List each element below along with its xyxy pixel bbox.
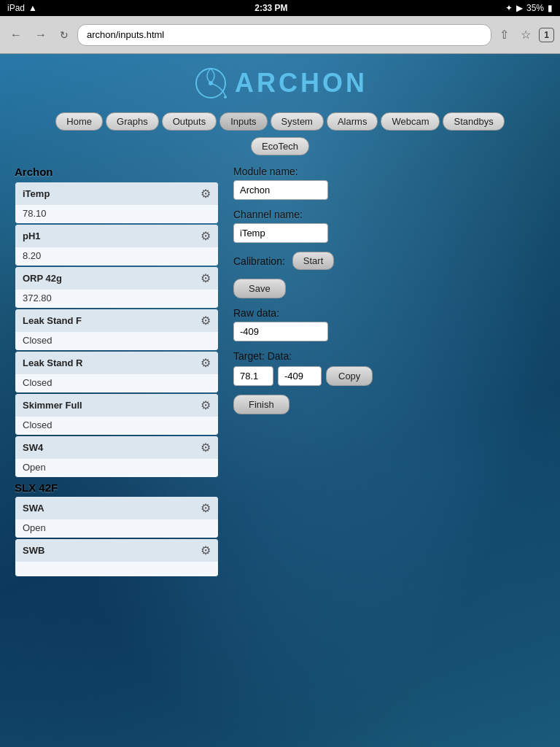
calibration-label: Calibration: — [233, 255, 285, 267]
sensor-sw4-header: SW4 ⚙ — [15, 436, 218, 459]
logo-container: ARCHON — [192, 65, 368, 101]
channel-name-group: Channel name: — [233, 209, 545, 243]
nav-alarms[interactable]: Alarms — [327, 112, 378, 131]
target-data-row: Copy — [233, 366, 545, 386]
logo-text: ARCHON — [235, 68, 368, 98]
nav-inputs[interactable]: Inputs — [219, 112, 267, 131]
header: ARCHON — [0, 54, 560, 109]
start-button[interactable]: Start — [292, 252, 334, 270]
nav-ecotech[interactable]: EcoTech — [251, 137, 309, 155]
raw-data-input[interactable] — [233, 322, 328, 341]
back-button[interactable]: ← — [6, 26, 26, 44]
save-button[interactable]: Save — [233, 279, 286, 298]
sensor-swb-name: SWB — [23, 545, 44, 556]
sensor-ph1-header: pH1 ⚙ — [15, 225, 218, 247]
bluetooth-icon: ✦ — [505, 3, 513, 13]
status-left: iPad ▲ — [7, 3, 37, 13]
target-input[interactable] — [233, 366, 273, 386]
sensor-swa: SWA ⚙ Open — [15, 497, 218, 538]
sensor-leak-stand-r-gear[interactable]: ⚙ — [201, 356, 211, 370]
nav-graphs[interactable]: Graphs — [106, 112, 159, 131]
browser-chrome: ← → ↻ ⇧ ☆ 1 — [0, 16, 560, 54]
module-name-label: Module name: — [233, 166, 545, 177]
sensor-orp42g-value: 372.80 — [15, 290, 218, 308]
nav-home[interactable]: Home — [55, 112, 103, 131]
nav-outputs[interactable]: Outputs — [162, 112, 217, 131]
target-data-group: Target: Data: Copy — [233, 350, 545, 386]
sensor-sw4-gear[interactable]: ⚙ — [201, 441, 211, 454]
refresh-button[interactable]: ↻ — [55, 26, 73, 44]
sensor-leak-stand-f-header: Leak Stand F ⚙ — [15, 309, 218, 332]
finish-button[interactable]: Finish — [233, 395, 289, 414]
carrier-text: iPad — [7, 3, 25, 13]
sensor-orp42g-header: ORP 42g ⚙ — [15, 267, 218, 290]
sensor-skimmer-full-header: Skimmer Full ⚙ — [15, 394, 218, 417]
sensor-ph1-name: pH1 — [23, 231, 41, 241]
sensor-leak-stand-r-value: Closed — [15, 374, 218, 392]
sensor-ph1-value: 8.20 — [15, 247, 218, 266]
sensor-orp42g-gear[interactable]: ⚙ — [201, 271, 211, 285]
left-panel: Archon iTemp ⚙ 78.10 pH1 ⚙ 8.20 — [15, 166, 219, 577]
forward-button[interactable]: → — [31, 26, 51, 44]
sensor-itemp-value: 78.10 — [15, 205, 218, 223]
sensor-leak-stand-f-name: Leak Stand F — [23, 315, 82, 326]
status-bar: iPad ▲ 2:33 PM ✦ ▶ 35% ▮ — [0, 0, 560, 16]
content-area: Archon iTemp ⚙ 78.10 pH1 ⚙ 8.20 — [0, 158, 560, 584]
channel-name-label: Channel name: — [233, 209, 545, 220]
sensor-orp42g-name: ORP 42g — [23, 273, 62, 284]
sensor-sw4: SW4 ⚙ Open — [15, 436, 218, 477]
sensor-skimmer-full-value: Closed — [15, 417, 218, 435]
calibration-row: Calibration: Start — [233, 252, 545, 270]
copy-button[interactable]: Copy — [326, 366, 373, 386]
channel-name-input[interactable] — [233, 223, 328, 243]
tab-count[interactable]: 1 — [539, 28, 554, 42]
logo-icon — [192, 65, 229, 101]
sensor-skimmer-full: Skimmer Full ⚙ Closed — [15, 394, 218, 435]
battery-text: 35% — [526, 3, 544, 13]
bookmark-button[interactable]: ☆ — [517, 25, 534, 44]
nav-standbys[interactable]: Standbys — [443, 112, 504, 131]
sensor-swa-value: Open — [15, 519, 218, 538]
sensor-skimmer-full-gear[interactable]: ⚙ — [201, 398, 211, 412]
sensor-itemp-name: iTemp — [23, 188, 50, 199]
sensor-swb: SWB ⚙ — [15, 539, 218, 576]
address-bar[interactable] — [77, 24, 491, 46]
sensor-swb-value — [15, 562, 218, 576]
nav-system[interactable]: System — [271, 112, 324, 131]
sensor-itemp: iTemp ⚙ 78.10 — [15, 182, 218, 223]
sensor-leak-stand-r-header: Leak Stand R ⚙ — [15, 352, 218, 374]
sensor-leak-stand-r: Leak Stand R ⚙ Closed — [15, 352, 218, 392]
sensor-leak-stand-f-gear[interactable]: ⚙ — [201, 314, 211, 328]
raw-data-label: Raw data: — [233, 307, 545, 319]
nav-webcam[interactable]: Webcam — [381, 112, 440, 131]
sensor-leak-stand-r-name: Leak Stand R — [23, 357, 82, 368]
sensor-orp42g: ORP 42g ⚙ 372.80 — [15, 267, 218, 308]
sensor-ph1-gear[interactable]: ⚙ — [201, 229, 211, 243]
signal-icon: ▶ — [516, 3, 523, 13]
raw-data-group: Raw data: — [233, 307, 545, 341]
sensor-skimmer-full-name: Skimmer Full — [23, 400, 82, 411]
sensor-sw4-value: Open — [15, 459, 218, 477]
sensor-swa-gear[interactable]: ⚙ — [201, 501, 211, 515]
main-content: ARCHON Home Graphs Outputs Inputs System… — [0, 54, 560, 747]
time-display: 2:33 PM — [254, 3, 287, 13]
slx42f-section-title: SLX 42F — [15, 481, 219, 494]
status-right: ✦ ▶ 35% ▮ — [505, 3, 553, 13]
svg-point-2 — [224, 96, 227, 98]
wifi-icon: ▲ — [28, 3, 37, 13]
module-name-input[interactable] — [233, 180, 328, 200]
module-name-group: Module name: — [233, 166, 545, 200]
sensor-swb-gear[interactable]: ⚙ — [201, 543, 211, 557]
battery-icon: ▮ — [548, 3, 553, 13]
data-input[interactable] — [278, 366, 322, 386]
sensor-itemp-gear[interactable]: ⚙ — [201, 187, 211, 201]
share-button[interactable]: ⇧ — [496, 25, 513, 44]
sensor-leak-stand-f: Leak Stand F ⚙ Closed — [15, 309, 218, 350]
target-data-label: Target: Data: — [233, 350, 545, 362]
sensor-sw4-name: SW4 — [23, 442, 43, 453]
sensor-swa-name: SWA — [23, 503, 44, 514]
sensor-ph1: pH1 ⚙ 8.20 — [15, 225, 218, 266]
sensor-itemp-header: iTemp ⚙ — [15, 182, 218, 205]
nav-bar: Home Graphs Outputs Inputs System Alarms… — [0, 109, 560, 134]
sensor-swa-header: SWA ⚙ — [15, 497, 218, 519]
